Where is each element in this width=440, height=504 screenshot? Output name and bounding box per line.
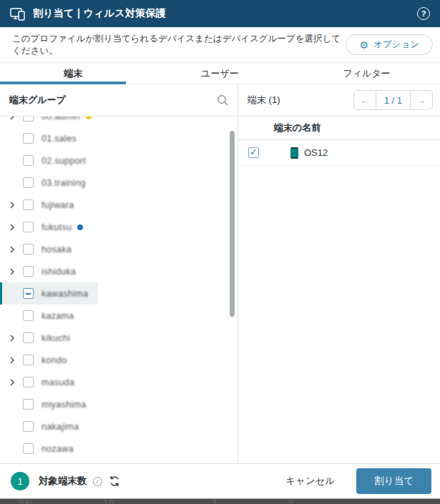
group-label: ishiduka — [41, 267, 76, 277]
group-checkbox[interactable] — [23, 222, 34, 232]
group-checkbox[interactable] — [23, 199, 34, 210]
tree-item-01.sales[interactable]: 01.sales — [0, 127, 87, 149]
background-page-fragment: 1.0 — [104, 500, 114, 504]
group-checkbox[interactable] — [23, 244, 34, 255]
group-label: nakajima — [41, 422, 79, 432]
device-group-tree: 00.admin01.sales02.support03.trainingfuj… — [0, 117, 238, 463]
tree-item-hosaka[interactable]: hosaka — [0, 238, 82, 260]
tree-item-03.training[interactable]: 03.training — [0, 172, 96, 194]
expand-chevron-icon[interactable] — [9, 202, 23, 209]
device-list-panel-header: 端末 (1) ← 1 / 1 → — [238, 84, 440, 117]
group-label: miyashima — [41, 400, 86, 410]
pagination: ← 1 / 1 → — [353, 90, 433, 110]
expand-chevron-icon[interactable] — [9, 117, 23, 120]
instruction-row: このプロファイルが割り当てられるデバイスまたはデバイスグループを選択してください… — [0, 27, 440, 63]
device-table-header: 端末の名前 — [238, 117, 440, 140]
device-table-body: OS12 — [238, 140, 440, 166]
device-row[interactable]: OS12 — [238, 140, 440, 166]
phone-device-icon — [290, 147, 298, 159]
tab-devices[interactable]: 端末 — [0, 63, 147, 84]
group-label: 01.sales — [41, 134, 77, 144]
expand-chevron-icon[interactable] — [9, 357, 23, 364]
background-page-fragment: 0 — [289, 500, 293, 504]
device-name: OS12 — [304, 147, 328, 158]
group-label: 00.admin — [41, 117, 80, 122]
group-checkbox[interactable] — [23, 443, 34, 454]
group-checkbox[interactable] — [23, 399, 34, 410]
group-checkbox[interactable] — [23, 288, 34, 299]
tree-item-miyashima[interactable]: miyashima — [0, 393, 96, 415]
group-checkbox[interactable] — [23, 155, 34, 166]
tree-item-00.admin[interactable]: 00.admin — [0, 117, 102, 127]
tree-item-nakajima[interactable]: nakajima — [0, 415, 89, 438]
help-icon[interactable]: ? — [417, 7, 430, 20]
tab-bar: 端末 ユーザー フィルター — [0, 63, 440, 84]
tree-item-kazama[interactable]: kazama — [0, 305, 84, 327]
group-checkbox[interactable] — [23, 117, 34, 122]
tab-filters[interactable]: フィルター — [293, 63, 440, 84]
tree-scrollbar[interactable] — [230, 131, 235, 317]
group-checkbox[interactable] — [23, 377, 34, 387]
tree-item-fukutsu[interactable]: fukutsu — [0, 216, 93, 238]
dialog-title: 割り当て | ウィルス対策保護 — [33, 7, 166, 20]
device-group-panel: 端末グループ 00.admin01.sales02.support03.trai… — [0, 84, 238, 463]
dialog-content: 端末グループ 00.admin01.sales02.support03.trai… — [0, 84, 440, 463]
tab-users[interactable]: ユーザー — [147, 63, 293, 84]
gear-icon: ⚙ — [359, 40, 368, 50]
group-label: kazama — [41, 311, 74, 321]
devices-icon — [10, 7, 26, 21]
group-checkbox[interactable] — [23, 177, 34, 188]
tree-item-kikuchi[interactable]: kikuchi — [0, 327, 80, 349]
yellow-status-dot-icon — [86, 117, 92, 119]
info-icon[interactable]: i — [93, 477, 102, 486]
prev-page-button[interactable]: ← — [354, 91, 376, 109]
tree-item-02.support[interactable]: 02.support — [0, 149, 96, 172]
expand-chevron-icon[interactable] — [9, 246, 23, 253]
group-checkbox[interactable] — [23, 310, 34, 321]
expand-chevron-icon[interactable] — [9, 224, 23, 231]
page-indicator: 1 / 1 — [376, 91, 411, 109]
tree-item-nozawa[interactable]: nozawa — [0, 438, 84, 460]
device-list-panel: 端末 (1) ← 1 / 1 → 端末の名前 OS12 — [238, 84, 440, 463]
target-count-label: 対象端末数 — [39, 475, 87, 488]
dialog-footer: 1 対象端末数 i キャンセル 割り当て — [0, 463, 440, 498]
device-group-panel-header: 端末グループ — [0, 84, 238, 117]
tree-item-ishiduka[interactable]: ishiduka — [0, 260, 86, 282]
group-label: nozawa — [41, 444, 74, 454]
cancel-button[interactable]: キャンセル — [275, 469, 345, 493]
group-checkbox[interactable] — [23, 421, 34, 432]
refresh-icon[interactable] — [109, 475, 120, 487]
device-count-title: 端末 (1) — [248, 94, 353, 107]
search-icon[interactable] — [215, 93, 230, 108]
group-checkbox[interactable] — [23, 355, 34, 365]
group-label: kondo — [41, 355, 67, 365]
background-page-fragment: 3 — [212, 500, 217, 504]
tree-item-kondo[interactable]: kondo — [0, 349, 77, 371]
dimmed-background-page: 自動1.030 — [0, 498, 440, 504]
expand-chevron-icon[interactable] — [9, 379, 23, 386]
next-page-button[interactable]: → — [411, 91, 432, 109]
group-label: fukutsu — [41, 222, 72, 232]
assign-button[interactable]: 割り当て — [356, 468, 431, 494]
group-checkbox[interactable] — [23, 332, 34, 343]
group-checkbox[interactable] — [23, 266, 34, 277]
expand-chevron-icon[interactable] — [9, 268, 23, 275]
background-page-fragment: 自動 — [18, 500, 32, 504]
group-label: hosaka — [41, 244, 72, 255]
dialog-titlebar: 割り当て | ウィルス対策保護 ? — [0, 0, 440, 27]
tree-item-masuda[interactable]: masuda — [0, 371, 84, 393]
options-button-label: オプション — [373, 39, 419, 51]
group-label: kawashima — [41, 289, 88, 299]
blue-status-dot-icon — [77, 224, 83, 230]
group-label: 03.training — [41, 178, 86, 188]
target-count-badge: 1 — [11, 472, 29, 490]
group-label: fujiwara — [41, 200, 74, 210]
options-button[interactable]: ⚙ オプション — [346, 34, 433, 55]
assign-profile-dialog: 割り当て | ウィルス対策保護 ? このプロファイルが割り当てられるデバイスまた… — [0, 0, 440, 498]
instruction-text: このプロファイルが割り当てられるデバイスまたはデバイスグループを選択してください… — [12, 33, 346, 57]
device-checkbox[interactable] — [248, 147, 259, 158]
group-checkbox[interactable] — [23, 133, 34, 144]
tree-item-fujiwara[interactable]: fujiwara — [0, 194, 84, 216]
tree-item-kawashima[interactable]: kawashima — [0, 282, 98, 305]
expand-chevron-icon[interactable] — [9, 335, 23, 342]
